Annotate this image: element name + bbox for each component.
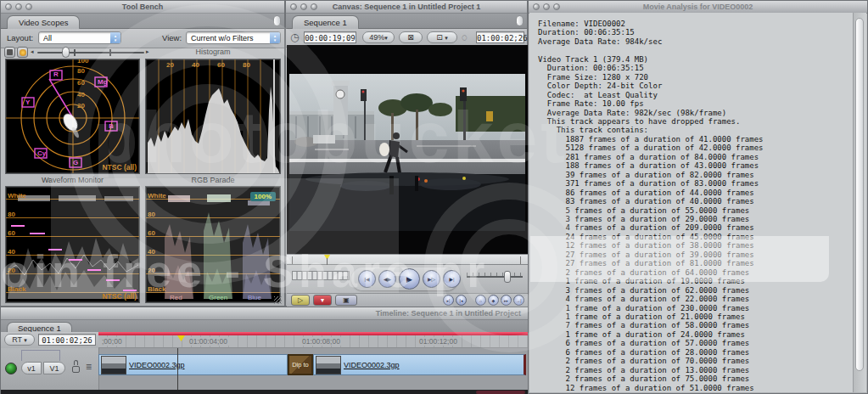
- duration-timecode-field[interactable]: 00:00:19;09: [304, 31, 356, 43]
- zoom-value: 49%: [369, 33, 384, 42]
- clip-video0002-1[interactable]: VIDEO0002.3gp: [98, 354, 288, 375]
- histogram-tick-40: 40: [192, 61, 199, 69]
- dest-track-button[interactable]: V1: [43, 362, 65, 374]
- zoom-window-icon[interactable]: [553, 3, 560, 10]
- timeline-playhead-line[interactable]: [177, 348, 178, 390]
- dotted-circle-icon[interactable]: ◌: [462, 31, 468, 43]
- analysis-line: 5128 frames of a duration of 42.0000 fra…: [538, 144, 854, 152]
- tool-bench-titlebar[interactable]: Tool Bench: [1, 1, 284, 14]
- play-forward-button[interactable]: ▶▷: [423, 270, 440, 288]
- histogram-tick-60: 60: [217, 61, 225, 69]
- rt-popup-button[interactable]: RT ▾: [4, 334, 35, 346]
- slider-left-icon[interactable]: ◂: [31, 48, 34, 55]
- parade-level-white: White: [148, 192, 166, 200]
- close-icon[interactable]: [290, 3, 297, 10]
- zoom-menu-button[interactable]: 49%▾: [362, 31, 395, 43]
- tab-capsule-widget[interactable]: [516, 15, 524, 26]
- minimize-icon[interactable]: [300, 3, 307, 10]
- analysis-line: 83 frames of a duration of 40.0000 frame…: [538, 197, 854, 205]
- analysis-line: 2 frames of a duration of 13.0000 frames: [538, 366, 854, 374]
- close-icon[interactable]: [5, 3, 12, 10]
- lock-track-icon[interactable]: [72, 366, 80, 373]
- zoom-window-icon[interactable]: [25, 3, 32, 10]
- analysis-scrollbar[interactable]: [853, 13, 866, 392]
- next-edit-button[interactable]: ▶|: [443, 270, 461, 288]
- analysis-titlebar[interactable]: Movie Analysis for VIDEO0002: [529, 1, 867, 14]
- wf-level-black: Black: [8, 285, 25, 293]
- analysis-lines: Filename: VIDEO0002Duration: 00:06:35:15…: [538, 20, 854, 392]
- view-options-button[interactable]: ⊡ ▾: [427, 31, 457, 43]
- select-arrows-icon: ▴▾: [110, 32, 120, 43]
- analysis-line: 188 frames of a duration of 43.0000 fram…: [538, 161, 854, 170]
- scope-intensity-slider-thumb[interactable]: [62, 47, 70, 58]
- vector-scale-60: 60: [77, 79, 85, 87]
- timeline-titlebar[interactable]: Timeline: Sequence 1 in Untitled Project: [1, 307, 528, 320]
- mark-in-button[interactable]: ⌂: [475, 295, 486, 306]
- current-timecode-field[interactable]: 01:00:02;26: [476, 31, 524, 43]
- scope-display-button[interactable]: [4, 47, 15, 58]
- minimize-icon[interactable]: [543, 3, 550, 10]
- vector-scale-40: 40: [77, 91, 85, 98]
- match-frame-button[interactable]: ▸|: [443, 295, 454, 306]
- transition-dip-to[interactable]: Dip to: [288, 354, 313, 375]
- play-around-button[interactable]: ◀▶: [378, 270, 396, 288]
- canvas-titlebar[interactable]: Canvas: Sequence 1 in Untitled Project 1: [286, 1, 527, 14]
- analysis-line: This track appears to have dropped frame…: [538, 117, 854, 126]
- analysis-line: Filename: VIDEO0002: [538, 20, 854, 28]
- previous-edit-button[interactable]: |◀: [358, 270, 376, 288]
- layout-select[interactable]: All ▴▾: [38, 31, 121, 44]
- vector-scale-80: 80: [77, 67, 85, 75]
- movie-analysis-window: Movie Analysis for VIDEO0002 Filename: V…: [528, 0, 868, 394]
- vectorscope-panel: R Mg Y B Cy G 100 80 60 40 20 NTSC (all): [5, 59, 140, 174]
- analysis-line: This track contains:: [538, 126, 854, 134]
- close-icon[interactable]: [533, 3, 540, 10]
- parade-green-label: Green: [209, 294, 227, 301]
- layout-label: Layout:: [7, 33, 33, 42]
- jog-control[interactable]: [292, 271, 350, 280]
- tab-sequence-1[interactable]: Sequence 1: [292, 15, 359, 29]
- timeline-ruler[interactable]: ;00;00 01:00:04;00 01:00:08;00 01:00:12;…: [98, 332, 529, 348]
- scope-intensity-slider-track[interactable]: [37, 52, 144, 53]
- shuttle-track[interactable]: [467, 276, 523, 278]
- play-button[interactable]: ▶: [399, 268, 420, 290]
- window-controls: [5, 3, 32, 10]
- scrollbar-thumb[interactable]: [855, 18, 864, 371]
- analysis-line: 86 frames of a duration of 44.0000 frame…: [538, 189, 854, 197]
- timeline-timecode-field[interactable]: 01:00:02;26: [38, 334, 96, 346]
- clock-icon[interactable]: ◷: [290, 31, 299, 43]
- zoom-window-icon[interactable]: [311, 3, 317, 10]
- parade-red-label: Red: [170, 294, 182, 301]
- source-track-button[interactable]: v1: [21, 362, 42, 374]
- insert-edit-button[interactable]: →|: [513, 295, 524, 306]
- analysis-line: 1887 frames of a duration of 41.0000 fra…: [538, 135, 854, 144]
- analysis-line: 371 frames of a duration of 83.0000 fram…: [538, 179, 854, 188]
- canvas-scrubber[interactable]: [287, 254, 528, 265]
- minimize-icon[interactable]: [15, 3, 22, 10]
- clip-overlay-button[interactable]: ▣: [335, 295, 357, 306]
- scroll-thumb[interactable]: [476, 391, 525, 394]
- shuttle-thumb[interactable]: [504, 271, 511, 283]
- waveform-title: Waveform Monitor: [5, 176, 140, 184]
- tab-video-scopes[interactable]: Video Scopes: [7, 15, 80, 29]
- clip-video0002-2[interactable]: VIDEO0002.3gp: [313, 354, 526, 375]
- analysis-line: Codec: at Least Quality: [538, 91, 854, 99]
- view-select[interactable]: Current w/o Filters ▴▾: [186, 31, 281, 44]
- tab-capsule-widget[interactable]: [273, 15, 281, 26]
- track-visibility-light[interactable]: [5, 363, 17, 374]
- canvas-video-area: [287, 45, 528, 254]
- timeline-header-left: RT ▾ 01:00:02;26: [1, 332, 99, 348]
- analysis-line: Average Data Rate: 984k/sec: [538, 37, 854, 46]
- resize-grip-icon[interactable]: [274, 296, 282, 304]
- track-height-icon[interactable]: ≡: [86, 361, 92, 373]
- play-in-to-out-button[interactable]: ▷: [291, 295, 310, 306]
- add-keyframe-button[interactable]: ◆: [488, 295, 499, 306]
- marker-button[interactable]: ▾: [313, 295, 332, 306]
- analysis-line: Frame Size: 1280 x 720: [538, 73, 854, 82]
- scope-brightness-button[interactable]: [17, 47, 28, 58]
- mark-out-button[interactable]: ▸▸: [501, 295, 512, 306]
- reverse-match-button[interactable]: |◂: [456, 295, 467, 306]
- analysis-line: Color Depth: 24-bit Color: [538, 82, 854, 90]
- view-overlay-button[interactable]: ⊠: [399, 31, 423, 43]
- analysis-line: 1 frame of a duration of 230.0000 frames: [538, 304, 854, 312]
- timeline-scroll-strip[interactable]: [1, 390, 529, 394]
